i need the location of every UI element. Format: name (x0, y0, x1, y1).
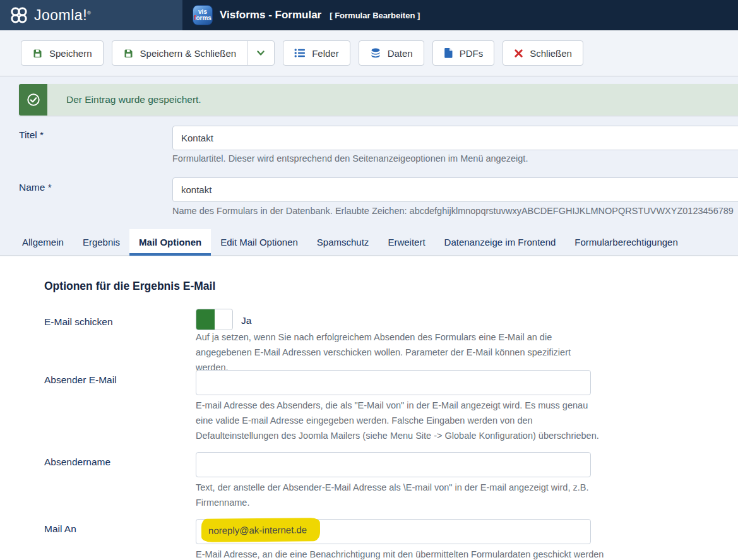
titel-label: Titel * (19, 129, 44, 141)
chevron-down-icon (256, 49, 265, 57)
registered-mark: ® (87, 10, 91, 16)
toolbar: Speichern Speichern & Schließen (0, 30, 738, 76)
sender-name-label: Absendername (44, 456, 110, 468)
file-icon (444, 47, 453, 59)
save-close-group: Speichern & Schließen (112, 40, 275, 66)
save-icon (123, 48, 134, 59)
tab-datenanzeige-im-frontend[interactable]: Datenanzeige im Frontend (435, 229, 566, 255)
email-send-toggle[interactable] (196, 309, 233, 330)
alert-message: Der Eintrag wurde gespeichert. (47, 84, 738, 116)
database-icon (370, 48, 381, 59)
page-title: Visforms - Formular (220, 9, 321, 21)
close-x-icon (514, 49, 523, 58)
mail-to-help-text: E-Mail Adresse, an die eine Benachrichti… (196, 547, 638, 560)
sender-email-input[interactable] (196, 370, 591, 395)
mail-to-input[interactable]: noreply@ak-internet.de (196, 519, 591, 544)
toggle-on-half (196, 309, 215, 330)
sender-email-label: Absender E-Mail (44, 374, 117, 386)
save-close-button[interactable]: Speichern & Schließen (112, 41, 247, 65)
save-dropdown-toggle[interactable] (247, 41, 274, 65)
section-heading: Optionen für die Ergebnis E-Mail (44, 280, 215, 293)
tab-mail-optionen[interactable]: Mail Optionen (129, 229, 211, 255)
tab-formularberechtigungen[interactable]: Formularberechtigungen (565, 229, 687, 255)
fields-button[interactable]: Felder (283, 40, 350, 66)
sender-email-help-text: E-mail Adresse des Absenders, die als "E… (196, 398, 603, 443)
form-tabs: Allgemein Ergebnis Mail Optionen Edit Ma… (0, 229, 738, 256)
titel-help-text: Formulartitel. Dieser wird entsprechend … (172, 153, 528, 164)
titel-input[interactable] (172, 126, 738, 150)
name-input[interactable] (172, 177, 738, 202)
save-close-label: Speichern & Schließen (140, 48, 237, 59)
tab-allgemein[interactable]: Allgemein (13, 229, 73, 255)
close-button[interactable]: Schließen (503, 40, 583, 66)
save-button[interactable]: Speichern (21, 40, 104, 66)
toggle-state-text: Ja (241, 315, 251, 326)
tab-edit-mail-optionen[interactable]: Edit Mail Optionen (211, 229, 307, 255)
visforms-icon: vis forms (193, 5, 213, 25)
save-label: Speichern (49, 48, 92, 59)
name-help-text: Name des Formulars in der Datenbank. Erl… (172, 206, 734, 216)
tab-erweitert[interactable]: Erweitert (378, 229, 434, 255)
joomla-logo-text: Joomla!® (34, 7, 91, 24)
list-icon (294, 48, 306, 58)
email-send-help-text: Auf ja setzen, wenn Sie nach erfolgreich… (196, 330, 603, 375)
mail-to-label: Mail An (44, 523, 76, 535)
admin-header: Joomla!® vis forms Visforms - Formular [… (0, 0, 738, 30)
data-label: Daten (388, 48, 413, 59)
check-circle-icon (19, 84, 47, 116)
page-title-area: vis forms Visforms - Formular [ Formular… (193, 0, 420, 30)
email-send-label: E-Mail schicken (44, 316, 113, 328)
close-label: Schließen (530, 48, 572, 59)
joomla-logo-icon (9, 6, 28, 25)
sender-name-help-text: Text, der anstelle der Absender-E-Mail A… (196, 480, 603, 510)
tab-spamschutz[interactable]: Spamschutz (307, 229, 379, 255)
highlight-marker: noreply@ak-internet.de (201, 518, 320, 542)
pdfs-label: PDFs (460, 48, 484, 59)
tab-ergebnis[interactable]: Ergebnis (73, 229, 129, 255)
data-button[interactable]: Daten (359, 40, 424, 66)
success-alert: Der Eintrag wurde gespeichert. (19, 84, 738, 116)
joomla-logo-area[interactable]: Joomla!® (0, 0, 182, 30)
sender-name-input[interactable] (196, 452, 591, 477)
pdfs-button[interactable]: PDFs (432, 40, 495, 66)
page-subtitle: [ Formular Bearbeiten ] (330, 11, 420, 20)
fields-label: Felder (312, 48, 339, 59)
save-icon (32, 48, 43, 59)
mail-options-panel: Optionen für die Ergebnis E-Mail E-Mail … (0, 256, 738, 560)
name-label: Name * (19, 182, 52, 193)
